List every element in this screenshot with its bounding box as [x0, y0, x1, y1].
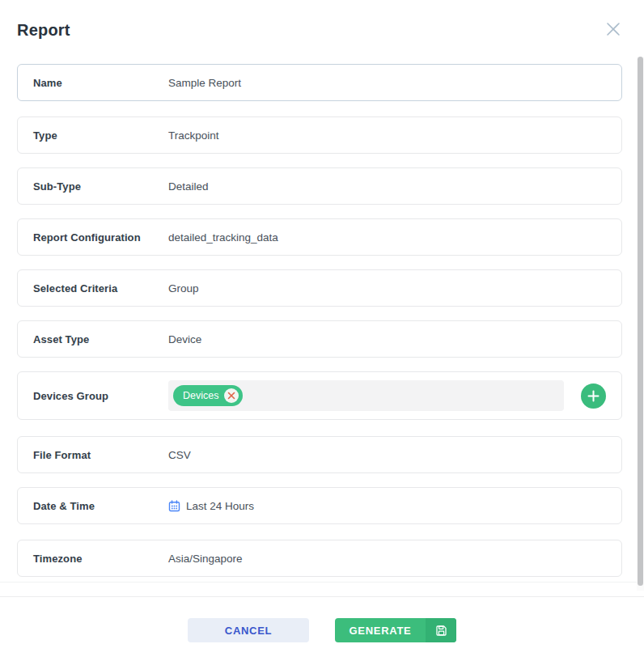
close-x-icon	[604, 20, 622, 38]
form-rows: Name Sample Report Type Trackpoint Sub-T…	[17, 64, 622, 591]
field-row-type[interactable]: Type Trackpoint	[17, 117, 622, 154]
modal-footer: CANCEL GENERATE	[0, 596, 644, 661]
date-range-value: Last 24 Hours	[186, 500, 254, 512]
generate-button-label: GENERATE	[335, 618, 426, 642]
field-value: Group	[168, 282, 199, 294]
field-label: Selected Criteria	[33, 282, 168, 294]
field-label: Asset Type	[33, 333, 168, 345]
field-value: Asia/Singapore	[168, 553, 243, 565]
field-row-file-format[interactable]: File Format CSV	[17, 436, 622, 473]
field-value: detailed_tracking_data	[168, 231, 278, 244]
devices-group-input[interactable]: Devices	[168, 380, 564, 411]
plus-icon	[587, 389, 600, 403]
field-label: File Format	[33, 449, 168, 461]
field-value: Detailed	[168, 180, 209, 193]
chip-remove-button[interactable]	[224, 388, 239, 403]
cancel-button[interactable]: CANCEL	[188, 618, 309, 642]
generate-button[interactable]: GENERATE	[335, 618, 456, 642]
field-row-name[interactable]: Name Sample Report	[17, 64, 622, 101]
field-value: Last 24 Hours	[168, 500, 254, 512]
field-row-devices-group: Devices Group Devices	[17, 371, 622, 420]
field-value: Device	[168, 333, 201, 345]
field-value: Trackpoint	[168, 129, 219, 142]
field-row-date-time[interactable]: Date & Time Last 24 Hours	[17, 487, 622, 524]
close-button[interactable]	[604, 19, 623, 39]
field-label: Report Configuration	[33, 231, 168, 244]
field-value: CSV	[168, 449, 191, 461]
x-circle-icon	[227, 392, 235, 400]
modal-header: Report	[0, 0, 644, 64]
content-bottom-divider	[0, 582, 644, 583]
field-label: Type	[33, 129, 168, 142]
chip-label: Devices	[183, 390, 218, 401]
field-label: Timezone	[33, 553, 168, 565]
field-row-selected-criteria[interactable]: Selected Criteria Group	[17, 269, 622, 307]
field-row-report-configuration[interactable]: Report Configuration detailed_tracking_d…	[17, 218, 622, 256]
field-label: Name	[33, 77, 168, 89]
field-label: Date & Time	[33, 500, 168, 512]
add-device-group-button[interactable]	[581, 383, 606, 409]
field-label: Devices Group	[33, 390, 168, 402]
field-value: Sample Report	[168, 77, 241, 89]
field-row-asset-type[interactable]: Asset Type Device	[17, 320, 622, 358]
field-row-timezone[interactable]: Timezone Asia/Singapore	[17, 540, 622, 577]
scrollbar-thumb[interactable]	[638, 57, 643, 586]
save-floppy-icon	[426, 618, 456, 642]
device-group-chip: Devices	[173, 385, 243, 406]
field-label: Sub-Type	[33, 180, 168, 193]
modal-title: Report	[17, 21, 70, 40]
calendar-icon	[168, 500, 180, 512]
field-row-sub-type[interactable]: Sub-Type Detailed	[17, 167, 622, 205]
report-modal: Report Name Sample Report Type Trackpoin…	[0, 0, 644, 661]
